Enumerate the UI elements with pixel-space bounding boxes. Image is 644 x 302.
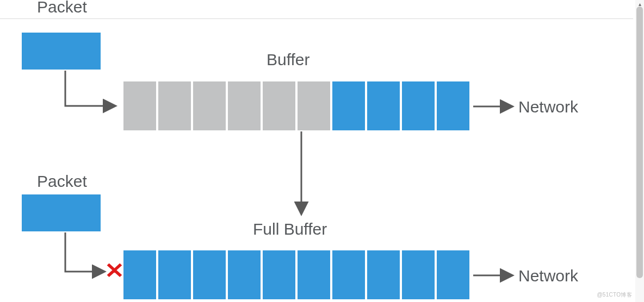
drop-cross-icon: ✕ <box>104 260 125 281</box>
buffer-slot <box>437 250 469 299</box>
buffer-slot <box>367 250 400 299</box>
buffer-slot <box>298 81 330 130</box>
buffer-slot <box>228 250 261 299</box>
packet-label-top: Packet <box>37 0 87 16</box>
vertical-scrollbar[interactable]: ▴ <box>635 0 644 302</box>
top-divider <box>0 18 633 19</box>
buffer-slot <box>367 81 400 130</box>
buffer-slot <box>332 81 365 130</box>
watermark: @51CTO博客 <box>597 291 632 299</box>
network-label-bottom: Network <box>518 267 578 285</box>
buffer-slot <box>437 81 469 130</box>
scroll-up-icon[interactable]: ▴ <box>637 1 642 7</box>
buffer-slot <box>193 250 226 299</box>
buffer-slot <box>123 81 156 130</box>
buffer-slot <box>158 81 191 130</box>
buffer-bottom <box>123 250 469 299</box>
packet-box-bottom <box>22 194 101 231</box>
buffer-slot <box>193 81 226 130</box>
packet-label-bottom: Packet <box>37 172 87 191</box>
buffer-top <box>123 81 469 130</box>
scrollbar-thumb[interactable] <box>636 7 643 278</box>
buffer-slot <box>298 250 330 299</box>
diagram-canvas: Packet Buffer Network Packet Full Buffer… <box>0 0 644 302</box>
buffer-slot <box>402 81 435 130</box>
buffer-slot <box>402 250 435 299</box>
buffer-label-bottom: Full Buffer <box>253 220 327 238</box>
arrow-packet-to-buffer-bottom <box>65 232 103 272</box>
network-label-top: Network <box>518 98 578 116</box>
buffer-slot <box>263 250 295 299</box>
buffer-slot <box>263 81 295 130</box>
buffer-slot <box>228 81 261 130</box>
packet-box-top <box>22 33 101 70</box>
buffer-slot <box>332 250 365 299</box>
buffer-label-top: Buffer <box>267 51 310 69</box>
buffer-slot <box>123 250 156 299</box>
buffer-slot <box>158 250 191 299</box>
arrow-packet-to-buffer-top <box>65 71 114 106</box>
